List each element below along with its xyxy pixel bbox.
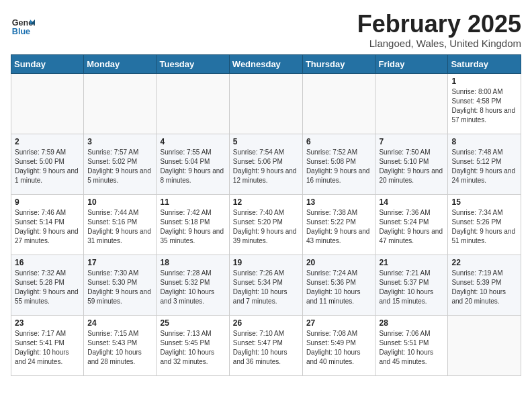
day-detail: Sunrise: 7:06 AM Sunset: 5:51 PM Dayligh… <box>379 329 444 367</box>
day-number: 28 <box>379 318 444 328</box>
weekday-header-row: SundayMondayTuesdayWednesdayThursdayFrid… <box>11 54 521 73</box>
calendar-cell: 4Sunrise: 7:55 AM Sunset: 5:04 PM Daylig… <box>157 134 229 194</box>
calendar-cell: 28Sunrise: 7:06 AM Sunset: 5:51 PM Dayli… <box>375 315 448 375</box>
day-detail: Sunrise: 7:55 AM Sunset: 5:04 PM Dayligh… <box>160 148 225 185</box>
week-row-5: 23Sunrise: 7:17 AM Sunset: 5:41 PM Dayli… <box>11 315 521 375</box>
day-detail: Sunrise: 7:13 AM Sunset: 5:45 PM Dayligh… <box>160 329 225 367</box>
day-number: 16 <box>15 258 80 267</box>
calendar-cell: 23Sunrise: 7:17 AM Sunset: 5:41 PM Dayli… <box>11 315 84 375</box>
day-detail: Sunrise: 7:46 AM Sunset: 5:14 PM Dayligh… <box>15 208 80 246</box>
weekday-header-thursday: Thursday <box>302 54 375 73</box>
calendar-cell: 15Sunrise: 7:34 AM Sunset: 5:26 PM Dayli… <box>448 194 521 255</box>
calendar-cell: 22Sunrise: 7:19 AM Sunset: 5:39 PM Dayli… <box>448 255 521 315</box>
day-number: 6 <box>306 137 372 146</box>
day-number: 26 <box>233 318 299 328</box>
day-detail: Sunrise: 7:19 AM Sunset: 5:39 PM Dayligh… <box>451 269 517 306</box>
calendar-cell <box>84 73 157 134</box>
calendar-cell: 24Sunrise: 7:15 AM Sunset: 5:43 PM Dayli… <box>84 315 157 375</box>
day-detail: Sunrise: 7:36 AM Sunset: 5:24 PM Dayligh… <box>379 208 444 246</box>
calendar-cell: 16Sunrise: 7:32 AM Sunset: 5:28 PM Dayli… <box>11 255 84 315</box>
calendar-cell: 8Sunrise: 7:48 AM Sunset: 5:12 PM Daylig… <box>448 134 521 194</box>
day-detail: Sunrise: 7:48 AM Sunset: 5:12 PM Dayligh… <box>451 148 517 185</box>
calendar-cell: 19Sunrise: 7:26 AM Sunset: 5:34 PM Dayli… <box>229 255 302 315</box>
day-detail: Sunrise: 7:32 AM Sunset: 5:28 PM Dayligh… <box>15 269 80 306</box>
calendar-cell <box>302 73 375 134</box>
calendar-cell: 11Sunrise: 7:42 AM Sunset: 5:18 PM Dayli… <box>157 194 229 255</box>
weekday-header-monday: Monday <box>84 54 157 73</box>
day-detail: Sunrise: 8:00 AM Sunset: 4:58 PM Dayligh… <box>451 87 517 125</box>
month-title: February 2025 <box>357 11 521 38</box>
calendar-cell <box>229 73 302 134</box>
day-number: 8 <box>451 137 517 146</box>
day-detail: Sunrise: 7:26 AM Sunset: 5:34 PM Dayligh… <box>233 269 299 306</box>
weekday-header-tuesday: Tuesday <box>157 54 229 73</box>
day-detail: Sunrise: 7:54 AM Sunset: 5:06 PM Dayligh… <box>233 148 299 185</box>
day-detail: Sunrise: 7:21 AM Sunset: 5:37 PM Dayligh… <box>379 269 444 306</box>
page-header: General Blue February 2025 Llangoed, Wal… <box>11 11 521 49</box>
day-detail: Sunrise: 7:57 AM Sunset: 5:02 PM Dayligh… <box>87 148 152 185</box>
calendar-cell: 10Sunrise: 7:44 AM Sunset: 5:16 PM Dayli… <box>84 194 157 255</box>
day-detail: Sunrise: 7:15 AM Sunset: 5:43 PM Dayligh… <box>87 329 152 367</box>
day-detail: Sunrise: 7:08 AM Sunset: 5:49 PM Dayligh… <box>306 329 372 367</box>
day-detail: Sunrise: 7:30 AM Sunset: 5:30 PM Dayligh… <box>87 269 152 306</box>
day-detail: Sunrise: 7:34 AM Sunset: 5:26 PM Dayligh… <box>451 208 517 246</box>
day-number: 2 <box>15 137 80 146</box>
day-number: 3 <box>87 137 152 146</box>
day-number: 13 <box>306 197 372 207</box>
calendar-cell: 21Sunrise: 7:21 AM Sunset: 5:37 PM Dayli… <box>375 255 448 315</box>
day-number: 27 <box>306 318 372 328</box>
calendar-cell: 14Sunrise: 7:36 AM Sunset: 5:24 PM Dayli… <box>375 194 448 255</box>
logo: General Blue <box>11 13 38 38</box>
day-number: 9 <box>15 197 80 207</box>
calendar-cell <box>448 315 521 375</box>
day-detail: Sunrise: 7:52 AM Sunset: 5:08 PM Dayligh… <box>306 148 372 185</box>
week-row-1: 1Sunrise: 8:00 AM Sunset: 4:58 PM Daylig… <box>11 73 521 134</box>
day-detail: Sunrise: 7:59 AM Sunset: 5:00 PM Dayligh… <box>15 148 80 185</box>
day-detail: Sunrise: 7:50 AM Sunset: 5:10 PM Dayligh… <box>379 148 444 185</box>
weekday-header-sunday: Sunday <box>11 54 84 73</box>
day-number: 7 <box>379 137 444 146</box>
day-detail: Sunrise: 7:24 AM Sunset: 5:36 PM Dayligh… <box>306 269 372 306</box>
day-detail: Sunrise: 7:44 AM Sunset: 5:16 PM Dayligh… <box>87 208 152 246</box>
day-detail: Sunrise: 7:38 AM Sunset: 5:22 PM Dayligh… <box>306 208 372 246</box>
location: Llangoed, Wales, United Kingdom <box>357 38 521 49</box>
day-number: 14 <box>379 197 444 207</box>
calendar-cell <box>157 73 229 134</box>
day-number: 12 <box>233 197 299 207</box>
day-number: 24 <box>87 318 152 328</box>
calendar-cell: 2Sunrise: 7:59 AM Sunset: 5:00 PM Daylig… <box>11 134 84 194</box>
week-row-2: 2Sunrise: 7:59 AM Sunset: 5:00 PM Daylig… <box>11 134 521 194</box>
day-number: 17 <box>87 258 152 267</box>
day-detail: Sunrise: 7:40 AM Sunset: 5:20 PM Dayligh… <box>233 208 299 246</box>
day-number: 22 <box>451 258 517 267</box>
day-number: 20 <box>306 258 372 267</box>
calendar-cell <box>375 73 448 134</box>
calendar-table: SundayMondayTuesdayWednesdayThursdayFrid… <box>11 54 521 376</box>
calendar-cell: 7Sunrise: 7:50 AM Sunset: 5:10 PM Daylig… <box>375 134 448 194</box>
calendar-cell: 9Sunrise: 7:46 AM Sunset: 5:14 PM Daylig… <box>11 194 84 255</box>
day-detail: Sunrise: 7:10 AM Sunset: 5:47 PM Dayligh… <box>233 329 299 367</box>
week-row-3: 9Sunrise: 7:46 AM Sunset: 5:14 PM Daylig… <box>11 194 521 255</box>
calendar-cell: 3Sunrise: 7:57 AM Sunset: 5:02 PM Daylig… <box>84 134 157 194</box>
day-number: 21 <box>379 258 444 267</box>
calendar-cell: 18Sunrise: 7:28 AM Sunset: 5:32 PM Dayli… <box>157 255 229 315</box>
day-number: 11 <box>160 197 225 207</box>
calendar-cell: 1Sunrise: 8:00 AM Sunset: 4:58 PM Daylig… <box>448 73 521 134</box>
calendar-cell <box>11 73 84 134</box>
logo-icon: General Blue <box>11 13 35 38</box>
calendar-cell: 6Sunrise: 7:52 AM Sunset: 5:08 PM Daylig… <box>302 134 375 194</box>
title-area: February 2025 Llangoed, Wales, United Ki… <box>357 11 521 49</box>
calendar-cell: 27Sunrise: 7:08 AM Sunset: 5:49 PM Dayli… <box>302 315 375 375</box>
weekday-header-wednesday: Wednesday <box>229 54 302 73</box>
calendar-cell: 17Sunrise: 7:30 AM Sunset: 5:30 PM Dayli… <box>84 255 157 315</box>
day-number: 5 <box>233 137 299 146</box>
day-number: 4 <box>160 137 225 146</box>
day-detail: Sunrise: 7:17 AM Sunset: 5:41 PM Dayligh… <box>15 329 80 367</box>
svg-text:Blue: Blue <box>12 27 30 36</box>
calendar-cell: 12Sunrise: 7:40 AM Sunset: 5:20 PM Dayli… <box>229 194 302 255</box>
calendar-cell: 13Sunrise: 7:38 AM Sunset: 5:22 PM Dayli… <box>302 194 375 255</box>
day-detail: Sunrise: 7:42 AM Sunset: 5:18 PM Dayligh… <box>160 208 225 246</box>
day-number: 25 <box>160 318 225 328</box>
day-detail: Sunrise: 7:28 AM Sunset: 5:32 PM Dayligh… <box>160 269 225 306</box>
day-number: 1 <box>451 77 517 86</box>
